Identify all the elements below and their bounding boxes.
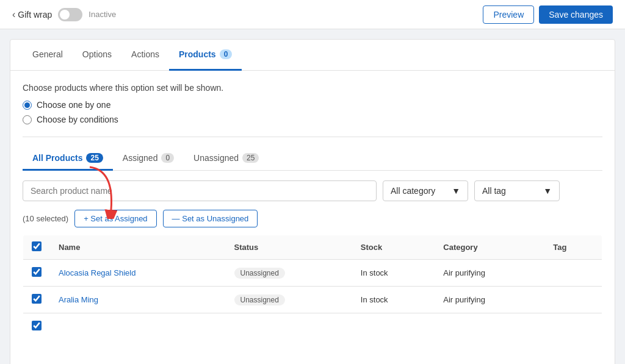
- radio-group: Choose one by one Choose by conditions: [23, 100, 602, 124]
- radio-by-conditions[interactable]: Choose by conditions: [23, 115, 602, 124]
- page-title: Gift wrap: [18, 10, 52, 20]
- select-all-checkbox[interactable]: [32, 241, 42, 251]
- table-header-row: Name Status Stock Category Tag: [23, 235, 602, 260]
- top-bar-left: ‹ Gift wrap Inactive: [12, 8, 116, 21]
- row-checkbox[interactable]: [32, 321, 42, 330]
- row-category-cell: Air purifying: [435, 287, 544, 313]
- top-bar: ‹ Gift wrap Inactive Preview Save change…: [0, 0, 625, 29]
- product-link[interactable]: Aralia Ming: [59, 295, 98, 304]
- radio-by-conditions-input[interactable]: [23, 115, 32, 124]
- tab-products[interactable]: Products 0: [169, 40, 242, 71]
- header-name: Name: [50, 235, 226, 260]
- selected-count: (10 selected): [23, 214, 68, 223]
- radio-one-by-one[interactable]: Choose one by one: [23, 100, 602, 110]
- row-stock-cell: In stock: [352, 260, 435, 287]
- top-bar-right: Preview Save changes: [483, 5, 613, 24]
- row-checkbox-cell: [23, 287, 51, 313]
- status-badge: Unassigned: [234, 268, 285, 279]
- action-row: (10 selected) + Set as Assigned — Set as…: [23, 210, 602, 227]
- row-checkbox[interactable]: [32, 267, 42, 277]
- products-table: Name Status Stock Category Tag Alocasia …: [23, 235, 602, 340]
- radio-by-conditions-label: Choose by conditions: [37, 115, 118, 124]
- row-category-cell: [435, 313, 544, 340]
- category-dropdown-label: All category: [391, 186, 435, 196]
- header-checkbox-col: [23, 235, 51, 260]
- filter-row: All category ▼ All tag ▼: [23, 180, 602, 201]
- divider: [23, 137, 602, 137]
- tab-general-label: General: [32, 49, 63, 59]
- content-area: Choose products where this option set wi…: [10, 71, 615, 352]
- row-checkbox-cell: [23, 313, 51, 340]
- product-link[interactable]: Alocasia Regal Shield: [59, 268, 135, 277]
- status-label: Inactive: [89, 10, 116, 19]
- row-name-cell: Alocasia Regal Shield: [50, 260, 226, 287]
- row-name-cell: [50, 313, 226, 340]
- row-name-cell: Aralia Ming: [50, 287, 226, 313]
- tab-general[interactable]: General: [23, 40, 73, 71]
- tab-products-label: Products: [179, 49, 216, 59]
- set-unassigned-button[interactable]: — Set as Unassigned: [163, 210, 258, 227]
- tag-dropdown-label: All tag: [482, 186, 506, 196]
- category-dropdown-icon: ▼: [452, 186, 460, 196]
- subtab-assigned-badge: 0: [161, 153, 174, 163]
- row-status-cell: [226, 313, 352, 340]
- subtab-all-badge: 25: [86, 153, 103, 163]
- row-tag-cell: [544, 287, 602, 313]
- row-stock-cell: In stock: [352, 287, 435, 313]
- subtab-unassigned-badge: 25: [242, 153, 259, 163]
- tab-actions[interactable]: Actions: [121, 40, 169, 71]
- row-status-cell: Unassigned: [226, 260, 352, 287]
- toggle-track: [58, 8, 82, 21]
- set-assigned-button[interactable]: + Set as Assigned: [74, 210, 156, 227]
- toggle-knob: [60, 10, 70, 20]
- header-status: Status: [226, 235, 352, 260]
- search-input[interactable]: [23, 180, 377, 201]
- save-button[interactable]: Save changes: [539, 5, 613, 24]
- row-tag-cell: [544, 313, 602, 340]
- row-category-cell: Air purifying: [435, 260, 544, 287]
- header-tag: Tag: [544, 235, 602, 260]
- subtab-all[interactable]: All Products 25: [23, 147, 113, 171]
- row-tag-cell: [544, 260, 602, 287]
- action-row-container: (10 selected) + Set as Assigned — Set as…: [23, 210, 602, 227]
- subtab-assigned-label: Assigned: [123, 153, 158, 163]
- subtab-unassigned-label: Unassigned: [193, 153, 239, 163]
- subtab-assigned[interactable]: Assigned 0: [113, 147, 184, 171]
- tabs-header: General Options Actions Products 0: [10, 40, 615, 71]
- tag-dropdown-icon: ▼: [543, 186, 552, 196]
- tab-products-badge: 0: [220, 49, 233, 59]
- table-row: [23, 313, 602, 340]
- category-dropdown[interactable]: All category ▼: [383, 180, 468, 201]
- row-checkbox[interactable]: [32, 294, 42, 304]
- subtab-all-label: All Products: [32, 153, 82, 163]
- tab-actions-label: Actions: [131, 49, 159, 59]
- radio-one-by-one-input[interactable]: [23, 101, 32, 110]
- header-category: Category: [435, 235, 544, 260]
- main-content: General Options Actions Products 0 Choos…: [10, 39, 615, 364]
- back-arrow-icon: ‹: [12, 9, 15, 20]
- tag-dropdown[interactable]: All tag ▼: [474, 180, 560, 201]
- subtab-unassigned[interactable]: Unassigned 25: [184, 147, 269, 171]
- radio-one-by-one-label: Choose one by one: [37, 100, 110, 110]
- status-toggle[interactable]: [58, 8, 82, 21]
- section-description: Choose products where this option set wi…: [23, 83, 602, 93]
- row-status-cell: Unassigned: [226, 287, 352, 313]
- subtabs: All Products 25 Assigned 0 Unassigned 25: [23, 147, 602, 171]
- preview-button[interactable]: Preview: [483, 5, 534, 24]
- row-stock-cell: [352, 313, 435, 340]
- status-badge: Unassigned: [234, 294, 285, 305]
- header-stock: Stock: [352, 235, 435, 260]
- table-row: Alocasia Regal Shield Unassigned In stoc…: [23, 260, 602, 287]
- tab-options-label: Options: [82, 49, 112, 59]
- back-link[interactable]: ‹ Gift wrap: [12, 9, 52, 20]
- row-checkbox-cell: [23, 260, 51, 287]
- table-row: Aralia Ming Unassigned In stock Air puri…: [23, 287, 602, 313]
- tab-options[interactable]: Options: [73, 40, 121, 71]
